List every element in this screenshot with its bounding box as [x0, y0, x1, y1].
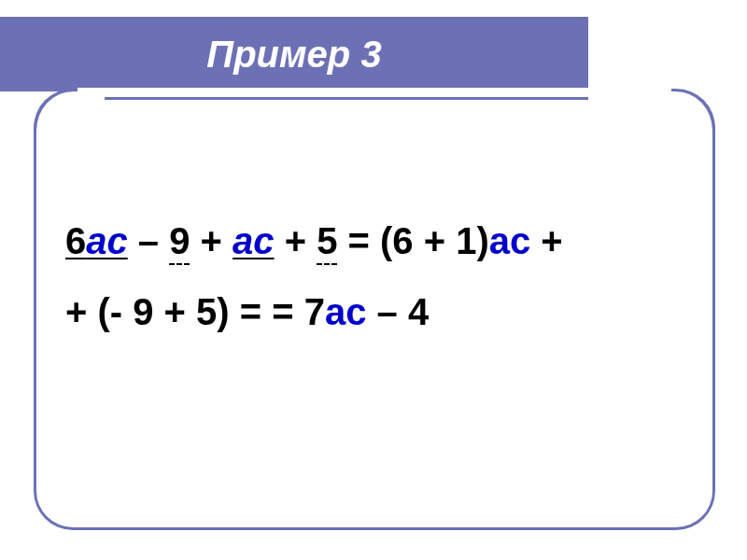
slide-header: Пример 3	[0, 0, 747, 103]
math-expression: 6ас – 9 + ас + 5 = (6 + 1)ас + + (- 9 + …	[65, 205, 700, 347]
equals-1: =	[337, 220, 380, 261]
const-9: 9	[169, 220, 190, 265]
line2-tail: – 4	[366, 291, 429, 332]
var-ac-3: ас	[489, 220, 531, 261]
term-6ac: 6ас	[65, 220, 128, 261]
op-plus-2: +	[275, 220, 317, 261]
var-ac-1: ас	[86, 220, 128, 261]
math-line-2: + (- 9 + 5) = = 7ас – 4	[65, 276, 700, 347]
var-ac-2: ас	[233, 220, 275, 261]
op-minus-1: –	[128, 220, 169, 261]
const-5: 5	[317, 220, 337, 265]
op-plus-1: +	[190, 220, 233, 261]
slide-title: Пример 3	[0, 17, 588, 91]
trailing-plus: +	[530, 220, 562, 261]
group-6-plus-1: (6 + 1)	[380, 220, 489, 261]
var-ac-4: ас	[325, 291, 367, 332]
math-line-1: 6ас – 9 + ас + 5 = (6 + 1)ас +	[65, 205, 700, 276]
coef-6: 6	[65, 220, 86, 261]
header-underline	[105, 97, 588, 100]
line2-lead: + (- 9 + 5) = = 7	[65, 291, 325, 332]
